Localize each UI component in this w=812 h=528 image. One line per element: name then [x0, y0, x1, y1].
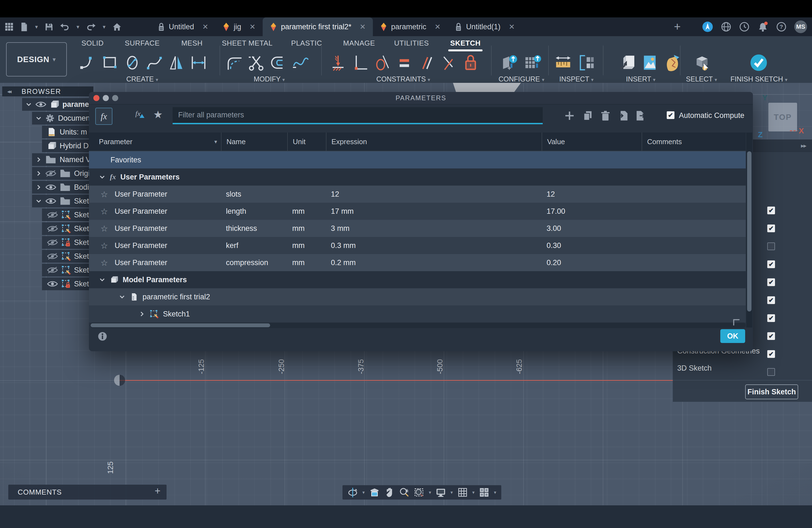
- browser-item[interactable]: Bodies: [32, 181, 93, 194]
- eye-icon[interactable]: [35, 101, 46, 108]
- chevron-right-icon[interactable]: [35, 170, 42, 177]
- ribbon-tab-manage[interactable]: MANAGE: [343, 39, 375, 47]
- undo-icon[interactable]: [60, 23, 69, 31]
- chevron-down-icon[interactable]: ▾: [472, 489, 475, 495]
- palette-checkbox[interactable]: [767, 368, 775, 376]
- import-parameters-button[interactable]: [618, 110, 629, 122]
- help-icon[interactable]: ?: [776, 21, 787, 32]
- display-settings-icon[interactable]: [436, 487, 446, 498]
- palette-checkbox[interactable]: ✔: [767, 207, 775, 214]
- perpendicular-icon[interactable]: [439, 53, 458, 72]
- add-comment-icon[interactable]: +: [155, 485, 160, 497]
- add-parameter-button[interactable]: [564, 110, 576, 122]
- eye-slash-icon[interactable]: [47, 266, 58, 274]
- ribbon-group-label[interactable]: CONSTRAINTS ▾: [376, 75, 430, 83]
- redo-icon[interactable]: [86, 23, 96, 31]
- insert-derive-icon[interactable]: [619, 53, 637, 72]
- finish-sketch-button[interactable]: Finish Sketch: [745, 384, 798, 399]
- sketch-group-row[interactable]: Sketch1: [89, 305, 746, 323]
- chevron-right-icon[interactable]: [35, 156, 42, 163]
- browser-header[interactable]: ◂◂ BROWSER: [2, 86, 93, 97]
- apps-grid-icon[interactable]: [5, 23, 13, 31]
- column-header-parameter[interactable]: Parameter▾: [89, 133, 221, 151]
- favorite-star-icon[interactable]: ☆: [101, 258, 108, 268]
- gear-icon[interactable]: [45, 114, 55, 123]
- job-status-icon[interactable]: [739, 21, 750, 32]
- close-icon[interactable]: ✕: [249, 23, 256, 31]
- new-tab-button[interactable]: +: [674, 17, 681, 36]
- info-icon[interactable]: [97, 331, 108, 342]
- parameter-row[interactable]: ☆User Parameter slots 12 12: [89, 186, 746, 203]
- ribbon-group-label[interactable]: CONFIGURE ▾: [498, 75, 545, 83]
- home-icon[interactable]: [113, 23, 121, 31]
- chevron-down-icon[interactable]: ▾: [35, 24, 38, 30]
- browser-item[interactable]: Origin: [32, 167, 93, 180]
- ribbon-group-label[interactable]: MODIFY ▾: [254, 75, 285, 83]
- measure-icon[interactable]: [554, 53, 572, 72]
- chevron-down-icon[interactable]: ▾: [450, 489, 453, 495]
- eye-slash-icon[interactable]: [47, 253, 58, 260]
- canvas-icon[interactable]: [641, 53, 659, 72]
- user-parameters-filter-button[interactable]: fx: [135, 109, 144, 118]
- web-icon[interactable]: [721, 21, 731, 32]
- eye-icon[interactable]: [45, 197, 56, 205]
- zoom-icon[interactable]: [399, 487, 410, 498]
- extensions-icon[interactable]: [702, 21, 713, 32]
- equal-icon[interactable]: [395, 53, 414, 72]
- folder-icon[interactable]: [60, 196, 71, 205]
- rectangle-icon[interactable]: [101, 53, 120, 72]
- folder-icon[interactable]: [60, 183, 71, 192]
- chevron-right-icon[interactable]: [35, 184, 42, 191]
- ribbon-tab-utilities[interactable]: UTILITIES: [394, 39, 429, 47]
- select-icon[interactable]: [693, 53, 711, 72]
- table-resize-handle[interactable]: [733, 318, 741, 327]
- file-tab[interactable]: parametric first trial2* ✕: [263, 17, 373, 36]
- ellipse-icon[interactable]: [123, 53, 142, 72]
- parameter-row[interactable]: ☆User Parameter length mm 17 mm 17.00: [89, 203, 746, 220]
- model-geometry[interactable]: [453, 83, 521, 93]
- chevron-down-icon[interactable]: ▾: [362, 489, 365, 495]
- file-tab[interactable]: Untitled(1) ✕: [448, 17, 522, 36]
- all-parameters-filter-button[interactable]: fx: [95, 108, 112, 125]
- column-header-value[interactable]: Value: [541, 133, 642, 151]
- browser-item[interactable]: Sket: [42, 208, 93, 221]
- column-header-comments[interactable]: Comments: [642, 133, 746, 151]
- close-icon[interactable]: ✕: [435, 23, 441, 31]
- column-header-unit[interactable]: Unit: [287, 133, 326, 151]
- chevron-down-icon[interactable]: ▾: [103, 24, 105, 30]
- trim-icon[interactable]: [247, 53, 266, 72]
- close-icon[interactable]: ✕: [509, 23, 515, 31]
- parallel-icon[interactable]: [417, 53, 436, 72]
- delete-parameter-button[interactable]: [600, 110, 611, 122]
- ok-button[interactable]: OK: [720, 329, 745, 343]
- chevron-down-icon[interactable]: [25, 101, 32, 108]
- browser-item[interactable]: Named View: [32, 153, 93, 166]
- ribbon-tab-mesh[interactable]: MESH: [181, 39, 202, 47]
- palette-checkbox[interactable]: ✔: [767, 278, 775, 286]
- chevron-down-icon[interactable]: ▾: [76, 24, 79, 30]
- notifications-icon[interactable]: [757, 21, 768, 32]
- file-tab[interactable]: Untitled ✕: [150, 17, 215, 36]
- sketch-locked-icon[interactable]: [61, 279, 71, 289]
- sketch-icon[interactable]: [61, 265, 71, 275]
- folder-icon[interactable]: [60, 169, 71, 178]
- spline-icon[interactable]: [145, 53, 164, 72]
- favorites-row[interactable]: Favorites: [89, 151, 746, 168]
- browser-item[interactable]: Sket: [42, 236, 93, 249]
- palette-checkbox[interactable]: [767, 243, 775, 250]
- close-icon[interactable]: ✕: [360, 23, 366, 31]
- mirror-icon[interactable]: [167, 53, 186, 72]
- finish-sketch-icon[interactable]: [749, 53, 768, 72]
- eye-slash-icon[interactable]: [47, 225, 58, 232]
- column-header-name[interactable]: Name: [221, 133, 287, 151]
- eye-icon[interactable]: [47, 280, 58, 288]
- ribbon-group-label[interactable]: SELECT ▾: [686, 75, 717, 83]
- palette-checkbox[interactable]: ✔: [767, 260, 775, 268]
- eye-slash-icon[interactable]: [47, 239, 58, 246]
- close-icon[interactable]: ✕: [202, 23, 208, 31]
- sketch-icon[interactable]: [61, 252, 71, 261]
- workspace-selector[interactable]: DESIGN▾: [6, 42, 67, 76]
- filter-input[interactable]: [173, 107, 543, 124]
- browser-item[interactable]: Sketche: [32, 195, 93, 207]
- viewcube[interactable]: TOP: [768, 103, 797, 131]
